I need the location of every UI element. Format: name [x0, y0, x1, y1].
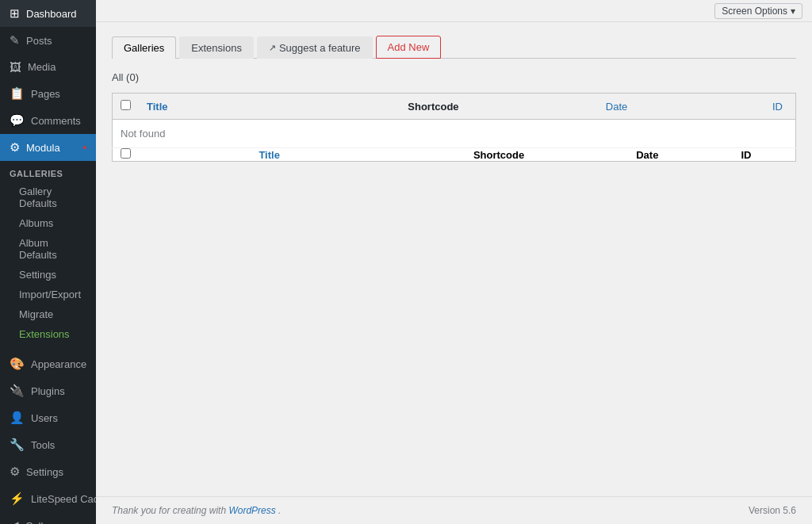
tabs-bar: Galleries Extensions ↗ Suggest a feature…	[112, 35, 796, 59]
tools-icon: 🔧	[10, 438, 25, 452]
sidebar-item-modula[interactable]: ⚙ Modula	[0, 134, 96, 161]
sidebar-subitem-settings[interactable]: Settings	[0, 265, 96, 285]
version-info: Version 5.6	[749, 505, 796, 516]
screen-options-chevron: ▾	[791, 6, 795, 17]
sidebar-item-comments[interactable]: 💬 Comments	[0, 107, 96, 134]
sidebar-item-appearance[interactable]: 🎨 Appearance	[0, 350, 96, 377]
sidebar-item-label: Dashboard	[26, 8, 77, 20]
sidebar-item-label: Posts	[26, 35, 52, 47]
collapse-icon: ◀	[10, 518, 19, 524]
filter-count: (0)	[126, 71, 139, 83]
sidebar-item-litespeed[interactable]: ⚡ LiteSpeed Cache	[0, 485, 96, 512]
select-all-footer-checkbox[interactable]	[121, 148, 131, 159]
table-header: Title Shortcode Date ID	[113, 94, 796, 120]
col-footer-shortcode: Shortcode	[400, 148, 598, 162]
sidebar-subitem-extensions[interactable]: Extensions	[0, 324, 96, 344]
sidebar-item-media[interactable]: 🖼 Media	[0, 54, 96, 80]
suggest-icon: ↗	[269, 43, 276, 53]
main-content: Screen Options ▾ Galleries Extensions ↗ …	[96, 0, 812, 524]
table-row-not-found: Not found	[113, 120, 796, 148]
filter-row: All (0)	[112, 71, 796, 83]
sidebar-item-collapse[interactable]: ◀ Collapse menu	[0, 512, 96, 524]
sidebar-item-plugins[interactable]: 🔌 Plugins	[0, 377, 96, 404]
screen-options-button[interactable]: Screen Options ▾	[714, 3, 802, 19]
col-footer-id[interactable]: ID	[697, 148, 796, 162]
media-icon: 🖼	[10, 60, 21, 74]
page-content: Galleries Extensions ↗ Suggest a feature…	[96, 22, 812, 496]
footer-thank-you-text: Thank you for creating with	[112, 505, 228, 516]
sidebar-subitem-import-export[interactable]: Import/Export	[0, 285, 96, 304]
plugins-icon: 🔌	[10, 384, 25, 398]
col-header-id[interactable]: ID	[697, 94, 796, 120]
title-sort-link[interactable]: Title	[147, 101, 168, 113]
appearance-icon: 🎨	[10, 357, 25, 371]
tab-suggest-label: Suggest a feature	[279, 42, 361, 54]
sidebar-subitem-album-defaults[interactable]: Album Defaults	[0, 233, 96, 265]
topbar: Screen Options ▾	[96, 0, 812, 22]
sidebar-subitem-migrate[interactable]: Migrate	[0, 304, 96, 324]
col-header-date[interactable]: Date	[598, 94, 697, 120]
sidebar-item-pages[interactable]: 📋 Pages	[0, 80, 96, 107]
users-icon: 👤	[10, 411, 25, 425]
col-header-shortcode: Shortcode	[400, 94, 598, 120]
page-footer: Thank you for creating with WordPress . …	[96, 496, 812, 524]
col-header-title: Title	[139, 94, 400, 120]
sidebar-item-label: Plugins	[31, 385, 65, 397]
sidebar-item-label: Collapse menu	[25, 520, 94, 525]
sidebar-item-label: Media	[28, 61, 56, 73]
sidebar-item-label: Comments	[31, 115, 81, 127]
sidebar: ⊞ Dashboard ✎ Posts 🖼 Media 📋 Pages 💬 Co…	[0, 0, 96, 524]
tab-suggest[interactable]: ↗ Suggest a feature	[257, 36, 373, 59]
sidebar-item-label: Users	[31, 412, 58, 424]
col-footer-date[interactable]: Date	[598, 148, 697, 162]
table-body: Not found	[113, 120, 796, 148]
sidebar-item-label: Settings	[26, 466, 63, 478]
sidebar-item-label: Appearance	[31, 358, 86, 370]
modula-icon: ⚙	[10, 140, 20, 155]
filter-all-label: All	[112, 71, 123, 83]
select-all-checkbox[interactable]	[121, 100, 131, 110]
sidebar-item-posts[interactable]: ✎ Posts	[0, 27, 96, 54]
tab-galleries[interactable]: Galleries	[112, 36, 176, 59]
sidebar-item-label: Modula	[26, 142, 60, 154]
not-found-cell: Not found	[113, 120, 796, 148]
sidebar-item-tools[interactable]: 🔧 Tools	[0, 431, 96, 458]
col-footer-title: Title	[139, 148, 400, 162]
tab-extensions[interactable]: Extensions	[179, 36, 254, 59]
table-footer: Title Shortcode Date ID	[113, 148, 796, 162]
screen-options-label: Screen Options	[722, 6, 787, 17]
col-footer-cb	[113, 148, 140, 162]
posts-icon: ✎	[10, 33, 20, 48]
sidebar-item-label: LiteSpeed Cache	[31, 493, 96, 505]
modula-indicator	[83, 146, 86, 149]
pages-icon: 📋	[10, 86, 25, 101]
footer-credit: Thank you for creating with WordPress .	[112, 505, 281, 516]
litespeed-icon: ⚡	[10, 491, 25, 506]
sidebar-item-label: Pages	[31, 88, 60, 100]
sidebar-subitem-gallery-defaults[interactable]: Gallery Defaults	[0, 182, 96, 213]
footer-period: .	[278, 505, 281, 516]
sidebar-item-settings[interactable]: ⚙ Settings	[0, 458, 96, 485]
tab-add-new[interactable]: Add New	[376, 36, 442, 59]
title-sort-footer-link[interactable]: Title	[259, 149, 280, 161]
dashboard-icon: ⊞	[10, 6, 20, 21]
sidebar-item-label: Tools	[31, 439, 55, 451]
col-header-cb	[113, 94, 140, 120]
sidebar-item-users[interactable]: 👤 Users	[0, 404, 96, 431]
sidebar-item-dashboard[interactable]: ⊞ Dashboard	[0, 0, 96, 27]
wordpress-link[interactable]: WordPress	[228, 505, 275, 516]
sidebar-subitem-albums[interactable]: Albums	[0, 213, 96, 233]
settings-icon: ⚙	[10, 465, 20, 479]
galleries-section-title: Galleries	[0, 161, 96, 182]
galleries-table: Title Shortcode Date ID Not found	[112, 93, 796, 162]
comments-icon: 💬	[10, 113, 25, 128]
